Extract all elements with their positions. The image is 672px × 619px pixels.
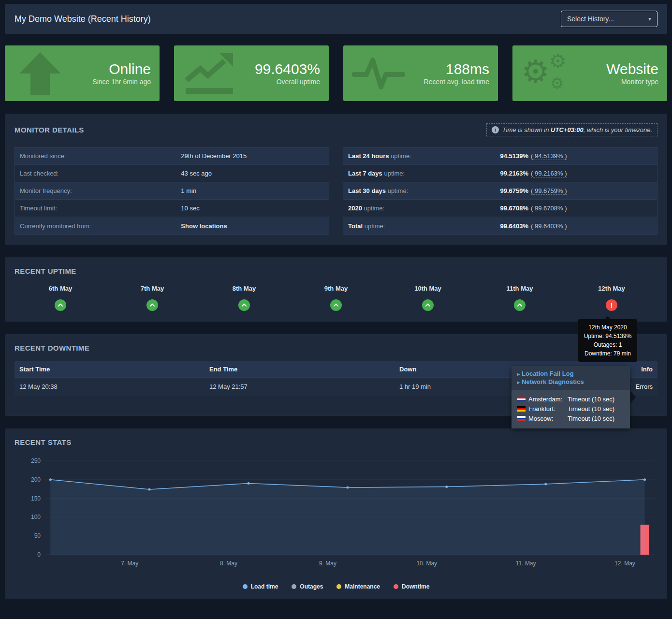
uptime-value: 99.6708%( 99.6708% ) [500, 205, 567, 212]
gear-icon: ⚙ [549, 51, 567, 71]
timezone-note-text: Time is shown in UTC+03:00, which is you… [502, 126, 652, 133]
legend-item-load-time[interactable]: Load time [243, 583, 278, 590]
day-up-icon[interactable]: ! [55, 299, 66, 311]
detail-value: 43 sec ago [181, 170, 212, 177]
triangle-icon: ▸ [517, 380, 520, 385]
status-label: Overall uptime [237, 78, 320, 86]
network-diagnostics-link[interactable]: ▸Network Diagnostics [517, 378, 624, 386]
svg-text:100: 100 [31, 514, 41, 520]
uptime-day: 10th May ! [382, 285, 474, 311]
recent-uptime-title: RECENT UPTIME [15, 267, 657, 275]
svg-text:200: 200 [31, 476, 41, 483]
column-start-time: Start Time [19, 366, 209, 373]
uptime-day: 11th May ! [474, 285, 566, 311]
tooltip-date: 12th May 2020 [583, 323, 633, 332]
fail-log-popup: ▸Location Fail Log ▸Network Diagnostics … [511, 366, 630, 428]
up-arrow-icon [14, 50, 68, 97]
uptime-label: Total uptime: [348, 222, 500, 230]
svg-text:10. May: 10. May [416, 560, 437, 567]
recent-stats-chart[interactable]: 0501001502002507. May8. May9. May10. May… [15, 454, 657, 577]
fail-detail: Timeout (10 sec) [568, 396, 614, 403]
table-row: Timeout limit: 10 sec [15, 200, 329, 217]
maintenance-dot-icon [336, 584, 341, 589]
uptime-value: 99.2163%( 99.2163% ) [500, 170, 567, 177]
uptime-label: Last 7 days uptime: [348, 170, 500, 177]
table-row: Currently monitored from: Show locations [15, 217, 329, 235]
fail-detail: Timeout (10 sec) [568, 405, 614, 413]
netherlands-flag-icon [517, 397, 526, 402]
uptime-day: 12th May ! [566, 285, 657, 311]
uptime-days-row: 6th May ! 7th May ! 8th May ! 9th May ! … [15, 285, 657, 311]
fail-location: Frankfurt: [528, 405, 555, 413]
svg-text:8. May: 8. May [220, 560, 237, 567]
svg-text:250: 250 [31, 457, 41, 464]
svg-text:11. May: 11. May [516, 560, 536, 567]
history-select-dropdown[interactable]: Select History... ▾ [561, 11, 657, 27]
heartbeat-pulse-icon [352, 50, 406, 97]
popup-arrow [630, 390, 636, 404]
location-fail-log-link[interactable]: ▸Location Fail Log [517, 370, 624, 378]
day-up-icon[interactable]: ! [422, 299, 434, 311]
detail-value: 1 min [181, 187, 196, 194]
uptime-value: 99.6759%( 99.6759% ) [500, 187, 567, 194]
fail-log-entry: Moscow: Timeout (10 sec) [517, 414, 624, 424]
table-row: Monitored since: 29th of December 2015 [15, 147, 329, 165]
day-up-icon[interactable]: ! [514, 299, 526, 311]
legend-item-maintenance[interactable]: Maintenance [336, 583, 380, 590]
table-row: Last checked: 43 sec ago [15, 165, 329, 182]
table-row: Total uptime: 99.6403%( 99.6403% ) [343, 217, 657, 235]
legend-item-outages[interactable]: Outages [292, 583, 323, 590]
detail-label: Last checked: [20, 170, 181, 177]
recent-uptime-panel: RECENT UPTIME 6th May ! 7th May ! 8th Ma… [5, 257, 667, 322]
svg-text:150: 150 [31, 495, 41, 502]
trend-chart-icon [183, 50, 237, 97]
uptime-value-link[interactable]: ( 94.5139% ) [531, 152, 567, 160]
uptime-summary-table: Last 24 hours uptime: 94.5139%( 94.5139%… [343, 147, 657, 235]
uptime-value-link[interactable]: ( 99.2163% ) [531, 170, 567, 177]
timezone-note: i Time is shown in UTC+03:00, which is y… [486, 123, 657, 136]
status-value: 99.6403% [237, 61, 320, 78]
detail-label: Monitored since: [20, 152, 181, 160]
fail-location: Amsterdam: [528, 396, 562, 403]
triangle-icon: ▸ [517, 371, 520, 377]
detail-label: Timeout limit: [20, 205, 181, 212]
status-value: Online [68, 61, 151, 78]
svg-text:0: 0 [37, 551, 41, 558]
gear-icon: ⚙ [550, 75, 564, 91]
history-select-value: Select History... [567, 15, 614, 23]
fail-detail: Timeout (10 sec) [568, 415, 614, 422]
detail-label: Monitor frequency: [20, 187, 181, 194]
table-row: Last 30 days uptime: 99.6759%( 99.6759% … [343, 182, 657, 200]
status-card-online: Online Since 1hr 6min ago [5, 45, 160, 101]
day-up-icon[interactable]: ! [146, 299, 158, 311]
recent-downtime-panel: RECENT DOWNTIME Start Time End Time Down… [5, 334, 667, 416]
uptime-value-link[interactable]: ( 99.6403% ) [531, 222, 567, 230]
chevron-down-icon: ▾ [648, 15, 651, 22]
uptime-day: 7th May ! [106, 285, 198, 311]
uptime-value-link[interactable]: ( 99.6759% ) [531, 187, 567, 195]
downtime-start: 12 May 20:38 [19, 383, 209, 390]
status-card-monitor-type: ⚙ ⚙ ⚙ Website Monitor type [512, 45, 667, 101]
status-cards: Online Since 1hr 6min ago 99.6403% Overa… [5, 45, 667, 101]
uptime-day: 8th May ! [198, 285, 290, 311]
uptime-day: 6th May ! [15, 285, 106, 311]
fail-log-entry: Amsterdam: Timeout (10 sec) [517, 395, 624, 404]
germany-flag-icon [517, 406, 526, 412]
column-end-time: End Time [209, 366, 399, 373]
uptime-day: 9th May ! [290, 285, 382, 311]
day-alert-icon[interactable]: ! [606, 299, 617, 311]
recent-stats-title: RECENT STATS [15, 438, 657, 446]
monitor-details-panel: MONITOR DETAILS i Time is shown in UTC+0… [5, 114, 667, 245]
day-up-icon[interactable]: ! [330, 299, 342, 311]
fail-location: Moscow: [528, 415, 553, 422]
gear-icon: ⚙ [521, 56, 550, 88]
day-up-icon[interactable]: ! [238, 299, 250, 311]
status-value: 188ms [406, 61, 489, 78]
gears-icon: ⚙ ⚙ ⚙ [521, 50, 575, 97]
detail-value: 10 sec [181, 205, 199, 212]
show-locations-link[interactable]: Show locations [181, 222, 227, 230]
uptime-value-link[interactable]: ( 99.6708% ) [531, 205, 567, 212]
errors-link[interactable]: Errors [636, 383, 653, 390]
legend-item-downtime[interactable]: Downtime [394, 583, 429, 590]
day-tooltip: 12th May 2020 Uptime: 94.5139% Outages: … [578, 319, 637, 362]
